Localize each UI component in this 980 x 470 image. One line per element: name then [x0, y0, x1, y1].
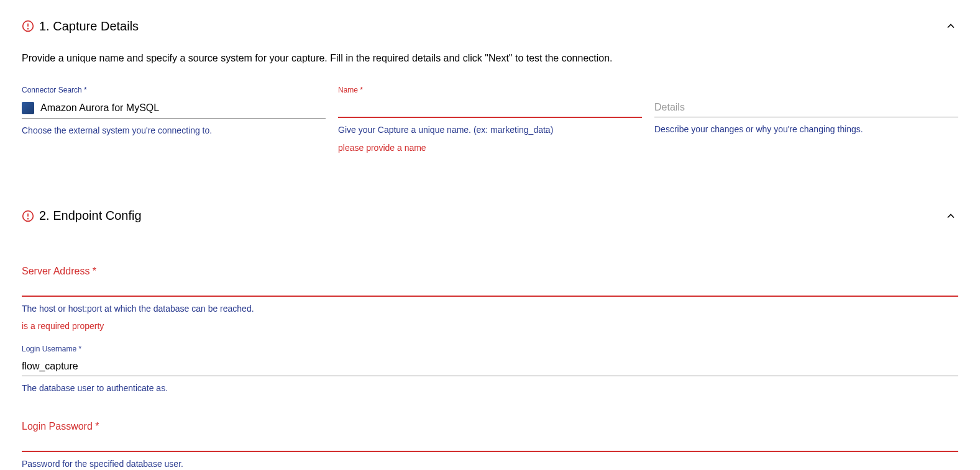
section-1-description: Provide a unique name and specify a sour… [22, 51, 958, 66]
section-1-header: 1. Capture Details [22, 19, 958, 34]
aurora-mysql-icon [22, 102, 34, 114]
name-helper: Give your Capture a unique name. (ex: ma… [338, 124, 642, 137]
name-input-wrap[interactable] [338, 99, 642, 118]
section-1-title: 1. Capture Details [39, 19, 139, 34]
server-address-label: Server Address * [22, 266, 958, 277]
login-password-helper: Password for the specified database user… [22, 458, 958, 470]
login-username-field: Login Username * The database user to au… [22, 345, 958, 395]
server-address-input-wrap[interactable] [22, 278, 958, 297]
connector-search-field: Connector Search * Choose the external s… [22, 86, 326, 153]
name-input[interactable] [338, 102, 642, 113]
name-error: please provide a name [338, 143, 642, 153]
details-input-wrap[interactable] [654, 99, 958, 117]
chevron-up-icon[interactable] [943, 19, 958, 34]
login-username-input[interactable] [22, 361, 958, 372]
login-username-input-wrap[interactable] [22, 358, 958, 376]
warning-icon [22, 210, 34, 222]
login-password-field: Login Password * Password for the specif… [22, 421, 958, 470]
svg-point-5 [28, 218, 29, 219]
connector-search-input[interactable] [40, 102, 326, 114]
login-username-helper: The database user to authenticate as. [22, 382, 958, 395]
server-address-input[interactable] [22, 281, 958, 292]
server-address-field: Server Address * The host or host:port a… [22, 266, 958, 332]
section-2-header-left: 2. Endpoint Config [22, 209, 142, 223]
login-password-label: Login Password * [22, 421, 958, 432]
warning-icon [22, 20, 34, 32]
capture-details-row: Connector Search * Choose the external s… [22, 86, 958, 153]
server-address-helper: The host or host:port at which the datab… [22, 303, 958, 315]
section-2-title: 2. Endpoint Config [39, 209, 142, 223]
chevron-up-icon[interactable] [943, 209, 958, 224]
connector-search-input-wrap[interactable] [22, 99, 326, 119]
details-input[interactable] [654, 102, 958, 113]
section-2-header: 2. Endpoint Config [22, 209, 958, 224]
name-label: Name * [338, 86, 642, 94]
server-address-error: is a required property [22, 321, 958, 331]
connector-search-label: Connector Search * [22, 86, 326, 94]
connector-search-helper: Choose the external system you're connec… [22, 125, 326, 137]
details-field: _ Describe your changes or why you're ch… [654, 86, 958, 153]
login-password-input-wrap[interactable] [22, 433, 958, 452]
section-1-header-left: 1. Capture Details [22, 19, 139, 34]
login-username-label: Login Username * [22, 345, 958, 353]
login-password-input[interactable] [22, 436, 958, 447]
name-field: Name * Give your Capture a unique name. … [338, 86, 642, 153]
details-helper: Describe your changes or why you're chan… [654, 124, 958, 136]
svg-point-2 [28, 29, 29, 29]
